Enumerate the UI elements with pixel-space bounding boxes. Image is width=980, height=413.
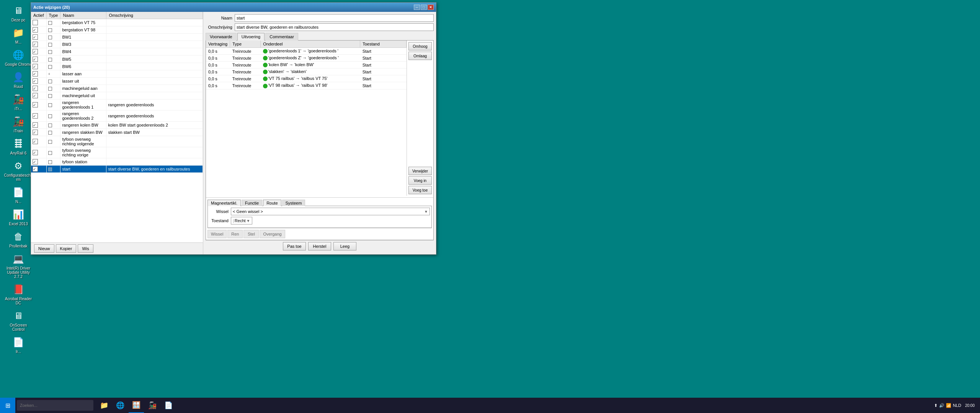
desktop-icon-chrome[interactable]: 🌐 Google Chrome [3, 47, 34, 68]
table-row[interactable]: BW5 [31, 55, 203, 63]
desktop-icon-ruud[interactable]: 👤 Ruud [3, 70, 34, 90]
taskbar-file-explorer[interactable]: 📁 [96, 398, 112, 413]
table-row[interactable]: BW3 [31, 41, 203, 48]
checkbox[interactable] [33, 64, 38, 69]
desktop-icon-prullenbak[interactable]: 🗑 Prullenbak [3, 229, 34, 250]
table-row[interactable]: bergstation VT 75 [31, 19, 203, 26]
overgang-button[interactable]: Overgang [260, 230, 285, 238]
checkbox[interactable] [33, 139, 38, 144]
wissel-dropdown-arrow[interactable]: ▼ [424, 210, 428, 214]
desktop-icon-anyrail[interactable]: 🛤 AnyRail 6 [3, 136, 34, 157]
checkbox[interactable] [33, 27, 38, 33]
wissel-value: < Geen wissel > [233, 209, 424, 214]
checkbox[interactable] [33, 113, 38, 119]
pas-toe-button[interactable]: Pas toe [283, 242, 306, 250]
tab-functie[interactable]: Functie [242, 200, 262, 206]
start-button[interactable]: ⊞ [0, 398, 15, 413]
table-row[interactable]: bergstation VT 98 [31, 26, 203, 34]
checkbox[interactable] [33, 86, 38, 91]
omlaag-button[interactable]: Omlaag [408, 52, 432, 60]
condition-row[interactable]: 0,0 s Treinroute 'slakken' → 'slakken' S… [206, 68, 407, 75]
taskbar-search[interactable] [17, 400, 93, 411]
checkbox[interactable] [33, 150, 38, 155]
wis-button[interactable]: Wis [78, 244, 93, 253]
table-row[interactable]: + lasser aan [31, 70, 203, 77]
checkbox[interactable] [33, 20, 38, 25]
desktop-icon-excel[interactable]: 📊 Excel 2013 [3, 207, 34, 228]
table-row[interactable]: machinegeluid aan [31, 85, 203, 92]
desktop-icon-intel[interactable]: 💻 Intel(R) Driver Update Utility 2.7.2 [3, 251, 34, 280]
table-row[interactable]: BW4 [31, 48, 203, 55]
minimize-button[interactable]: ─ [414, 5, 420, 10]
taskbar-train[interactable]: 🚂 [145, 398, 160, 413]
desktop-icon-itrain[interactable]: 🚂 iTrain [3, 114, 34, 135]
checkbox[interactable] [33, 34, 38, 40]
condition-row[interactable]: 0,0 s Treinroute 'VT 75 railbus' → 'rail… [206, 75, 407, 82]
verwijder-button[interactable]: Verwijder [408, 167, 432, 175]
toestand-dropdown-arrow[interactable]: ▼ [247, 219, 250, 223]
tab-route[interactable]: Route [263, 200, 281, 206]
checkbox[interactable] [33, 122, 38, 128]
checkbox[interactable] [33, 78, 38, 84]
kopier-button[interactable]: Kopier [56, 244, 77, 253]
wissel-action-button[interactable]: Wissel [207, 230, 227, 238]
wissel-select[interactable]: < Geen wissel > ▼ [231, 208, 430, 215]
toestand-cell: Start [360, 62, 407, 68]
checkbox[interactable] [33, 130, 38, 135]
taskbar-edge[interactable]: 🌐 [113, 398, 128, 413]
ren-button[interactable]: Ren [227, 230, 243, 238]
close-button[interactable]: ✕ [428, 5, 434, 10]
condition-row[interactable]: 0,0 s Treinroute 'goederenloods Z' → 'go… [206, 55, 407, 62]
leeg-button[interactable]: Leeg [333, 242, 356, 250]
desktop-icon-acrobat[interactable]: 📕 Acrobat Reader DC [3, 282, 34, 307]
table-row[interactable]: machinegeluid uit [31, 92, 203, 99]
desktop-icon-itr[interactable]: 🚂 iTr... [3, 92, 34, 112]
tab-voorwaarde[interactable]: Voorwaarde [206, 33, 237, 41]
stel-button[interactable]: Stel [243, 230, 259, 238]
table-row[interactable]: rangeren goederenloods 1 rangeren goeder… [31, 99, 203, 111]
tab-systeem[interactable]: Systeem [282, 200, 305, 206]
checkbox[interactable] [33, 42, 38, 47]
table-row[interactable]: tyfoon overweg richting volgende [31, 136, 203, 147]
voeg-toe-button[interactable]: Voeg toe [408, 186, 432, 194]
checkbox[interactable] [33, 166, 38, 172]
condition-row[interactable]: 0,0 s Treinroute 'kolen BW' → 'kolen BW'… [206, 62, 407, 68]
table-row-selected[interactable]: start start diverse BW, goederen en rail… [31, 166, 203, 173]
checkbox[interactable] [33, 57, 38, 62]
table-row[interactable]: rangeren goederenloods 2 rangeren goeder… [31, 111, 203, 122]
desktop-icon-onscreen[interactable]: 🖥 OnScreen Control [3, 308, 34, 333]
desktop-icon-config[interactable]: ⚙ Configuratiescherm [3, 158, 34, 183]
table-row[interactable]: BW1 [31, 34, 203, 41]
omschrijving-input[interactable] [235, 23, 434, 31]
checkbox[interactable] [33, 71, 38, 76]
table-row[interactable]: rangeren kolen BW kolen BW start goedere… [31, 122, 203, 129]
omhoog-button[interactable]: Omhoog [408, 42, 432, 50]
desktop-icon-n[interactable]: 📄 N... [3, 185, 34, 205]
table-row[interactable]: tyfoon station [31, 158, 203, 166]
desktop-icon-deze-pc[interactable]: 🖥 Deze pc [3, 3, 34, 24]
herstel-button[interactable]: Herstel [308, 242, 331, 250]
taskbar-dialog[interactable]: 🪟 [129, 398, 144, 413]
naam-input[interactable] [235, 14, 434, 22]
tab-commentaar[interactable]: Commentaar [265, 33, 298, 41]
taskbar-extra[interactable]: 📄 [161, 398, 176, 413]
desktop-icon-m[interactable]: 📁 M... [3, 25, 34, 46]
tab-uitvoering[interactable]: Uitvoering [237, 33, 265, 41]
toestand-select[interactable]: | Recht ▼ [231, 217, 252, 224]
nieuw-button[interactable]: Nieuw [34, 244, 54, 253]
checkbox[interactable] [33, 49, 38, 54]
tab-magneetartikl[interactable]: Magneetartikl. [207, 200, 241, 206]
voeg-in-button[interactable]: Voeg in [408, 176, 432, 185]
checkbox[interactable] [33, 159, 38, 164]
condition-row[interactable]: 0,0 s Treinroute 'goederenloods 1' → 'go… [206, 48, 407, 55]
table-row[interactable]: BW6 [31, 63, 203, 70]
table-row[interactable]: tyfoon overweg richting vorige [31, 147, 203, 158]
checkbox[interactable] [33, 93, 38, 98]
table-row[interactable]: lasser uit [31, 77, 203, 85]
desktop-icon-ir[interactable]: 📄 Ir... [3, 335, 34, 355]
table-row[interactable]: rangeren slakken BW slakken start BW [31, 129, 203, 136]
maximize-button[interactable]: □ [421, 5, 427, 10]
toestand-cell: Start [360, 82, 407, 89]
checkbox[interactable] [33, 102, 38, 107]
condition-row[interactable]: 0,0 s Treinroute 'VT 98 railbus' → 'rail… [206, 82, 407, 89]
